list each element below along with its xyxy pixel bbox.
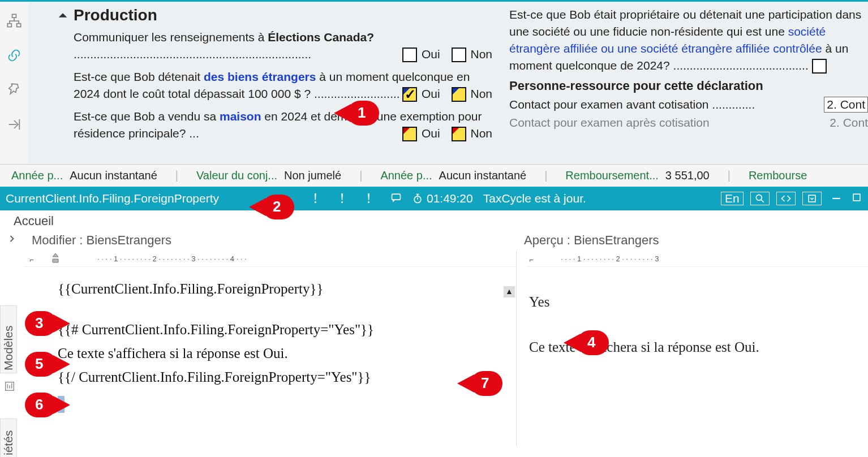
code-line-2: {{# CurrentClient.Info.Filing.ForeignPro… <box>58 318 516 342</box>
svg-rect-2 <box>17 24 21 27</box>
preview-line-1: Yes <box>529 290 868 314</box>
section-heading[interactable]: Production <box>57 6 492 24</box>
question-principal-residence: Est-ce que Bob a vendu sa maison en 2024… <box>74 108 492 142</box>
summary-bar: Année p... Aucun instantané | Valeur du … <box>0 164 868 187</box>
code-line-4: {{/ CurrentClient.Info.Filing.ForeignPro… <box>58 365 516 389</box>
house-link[interactable]: maison <box>220 110 261 123</box>
svg-rect-0 <box>12 14 16 18</box>
side-icon-rail <box>0 2 28 164</box>
timer-icon[interactable]: 01:49:20 <box>412 192 473 205</box>
link-icon[interactable] <box>6 48 22 66</box>
code-line-1: {{CurrentClient.Info.Filing.ForeignPrope… <box>58 277 516 301</box>
field-path[interactable]: CurrentClient.Info.Filing.ForeignPropert… <box>6 192 219 205</box>
summary-prior-year-2[interactable]: Année p... Aucun instantané <box>380 169 526 182</box>
svg-rect-6 <box>809 195 815 202</box>
form-right-column: Est-ce que Bob était propriétaire ou dét… <box>492 6 868 164</box>
contact-heading: Personne-ressource pour cette déclaratio… <box>509 79 868 93</box>
dropdown-icon[interactable] <box>802 192 822 205</box>
code-icon[interactable] <box>776 192 796 205</box>
maximize-icon[interactable] <box>851 192 862 206</box>
code-body[interactable]: {{CurrentClient.Info.Filing.ForeignPrope… <box>24 267 516 413</box>
template-editor: Modifier : BiensEtrangers Aperçu : Biens… <box>0 231 868 446</box>
summary-refund-2[interactable]: Rembourse <box>749 169 807 182</box>
summary-refund[interactable]: Remboursement... 3 551,00 <box>565 169 709 182</box>
edit-ruler[interactable]: ⌐ · · · · 1 · · · · · · · · 2 · · · · · … <box>24 251 516 267</box>
indent-marker-icon[interactable] <box>50 252 61 265</box>
code-line-3: Ce texte s'affichera si la réponse est O… <box>58 342 516 365</box>
pin-icon[interactable] <box>6 82 22 101</box>
form-left-column: Production Communiquer les renseignement… <box>57 6 492 164</box>
svg-point-5 <box>756 195 762 200</box>
preview-pane-title[interactable]: Aperçu : BiensEtrangers <box>516 231 667 251</box>
sidebar-tab-templates[interactable]: Modèles <box>0 305 17 373</box>
callout-7: 7 <box>471 371 502 396</box>
status-bar: CurrentClient.Info.Filing.ForeignPropert… <box>0 187 868 210</box>
edit-pane[interactable]: ⌐ · · · · 1 · · · · · · · · 2 · · · · · … <box>24 251 516 446</box>
language-button[interactable]: En <box>721 192 744 205</box>
residence-no-checkbox[interactable] <box>452 127 466 141</box>
form-area: Production Communiquer les renseignement… <box>0 0 868 164</box>
svg-rect-1 <box>7 24 11 27</box>
alert-icons[interactable]: ! ! ! <box>313 190 380 207</box>
chat-icon[interactable] <box>390 192 402 206</box>
callout-3: 3 <box>25 311 57 336</box>
foreign-property-link[interactable]: des biens étrangers <box>204 70 316 83</box>
scroll-up-button[interactable]: ▲ <box>504 286 515 298</box>
sitemap-icon[interactable] <box>6 13 22 32</box>
summary-spouse-value[interactable]: Valeur du conj... Non jumelé <box>196 169 341 182</box>
status-message: TaxCycle est à jour. <box>483 192 586 205</box>
collapse-icon[interactable] <box>6 117 22 135</box>
svg-rect-7 <box>853 194 860 201</box>
affiliate-checkbox[interactable] <box>812 59 827 74</box>
elections-no-checkbox[interactable] <box>452 48 466 62</box>
minimize-icon[interactable]: − <box>828 189 844 208</box>
callout-5: 5 <box>25 352 57 377</box>
svg-rect-3 <box>392 194 400 200</box>
tab-home[interactable]: Accueil <box>0 210 868 231</box>
sidebar-templates-icon <box>3 380 16 395</box>
contact-post-assessment: Contact pour examen après cotisation 2. … <box>509 116 868 130</box>
callout-6: 6 <box>25 393 57 417</box>
question-foreign-property: Est-ce que Bob détenait des biens étrang… <box>74 68 492 102</box>
contact-pre-assessment: Contact pour examen avant cotisation ...… <box>509 97 868 113</box>
summary-prior-year-1[interactable]: Année p... Aucun instantané <box>11 169 157 182</box>
sidebar-tab-properties[interactable]: iétés <box>0 419 17 457</box>
section-title: Production <box>74 6 157 24</box>
edit-pane-title[interactable]: Modifier : BiensEtrangers <box>24 231 516 251</box>
foreign-yes-checkbox[interactable] <box>402 87 417 102</box>
question-elections: Communiquer les renseignements à Électio… <box>74 29 492 63</box>
search-icon[interactable] <box>750 192 770 205</box>
contact-pre-value[interactable]: 2. Cont <box>824 97 868 113</box>
residence-yes-checkbox[interactable] <box>402 127 417 141</box>
question-foreign-affiliate: Est-ce que Bob était propriétaire ou dét… <box>509 6 868 74</box>
foreign-no-checkbox[interactable] <box>452 87 466 102</box>
elections-yes-checkbox[interactable] <box>402 48 417 62</box>
callout-2: 2 <box>263 195 294 219</box>
svg-point-4 <box>414 196 421 203</box>
callout-4: 4 <box>577 330 609 355</box>
chevron-up-icon <box>57 9 69 21</box>
callout-1: 1 <box>347 101 379 126</box>
preview-ruler[interactable]: ⌐ · · · · 1 · · · · · · · · 2 · · · · · … <box>527 251 868 267</box>
form-content: Production Communiquer les renseignement… <box>28 2 868 164</box>
